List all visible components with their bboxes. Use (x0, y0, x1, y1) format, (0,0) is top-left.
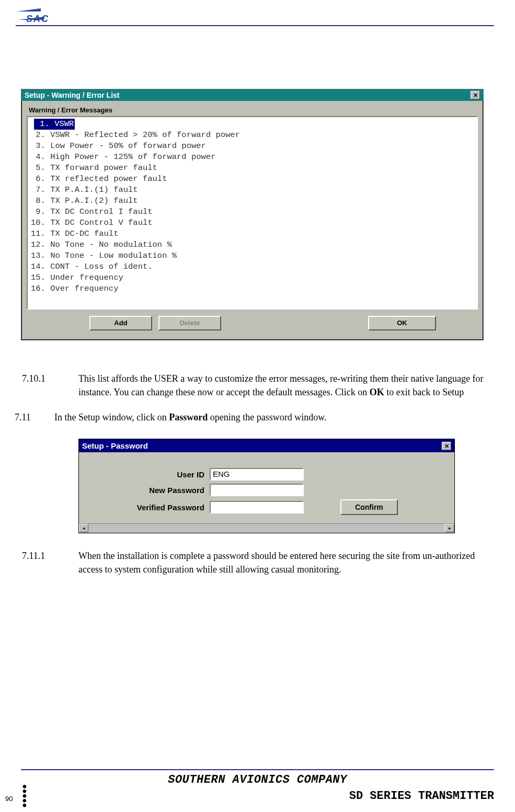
close-icon[interactable]: ✕ (442, 442, 451, 450)
binding-dots-icon: ••••• (22, 784, 27, 808)
list-item[interactable]: 6. TX reflected power fault (31, 174, 474, 185)
dialog-title: Setup - Password (82, 441, 148, 450)
section-number: 7.11.1 (50, 549, 78, 563)
section-number: 7.11 (35, 410, 54, 424)
para-7-10-1: 7.10.1This list affords the USER a way t… (78, 372, 494, 399)
para-7-11-1: 7.11.1When the installation is complete … (78, 549, 494, 576)
bold-text: OK (370, 387, 384, 397)
confirm-button[interactable]: Confirm (340, 499, 398, 515)
list-item[interactable]: 16. Over frequency (31, 283, 474, 294)
dialog-titlebar: Setup - Password ✕ (79, 439, 454, 452)
user-id-label: User ID (95, 470, 210, 479)
new-password-field[interactable] (210, 484, 304, 496)
page-footer: ••••• SOUTHERN AVIONICS COMPANY 90 SD SE… (21, 769, 494, 812)
page-header: SAC (0, 0, 515, 26)
body-text: to exit back to Setup (384, 387, 464, 397)
list-item[interactable]: 12. No Tone - No modulation % (31, 239, 474, 250)
list-item[interactable]: 10. TX DC Control V fault (31, 218, 474, 228)
dialog-title: Setup - Warning / Error List (25, 91, 120, 99)
bold-text: Password (169, 412, 208, 422)
svg-text:SAC: SAC (26, 14, 49, 24)
sac-logo-icon: SAC (16, 5, 73, 25)
list-item[interactable]: 11. TX DC-DC fault (31, 228, 474, 239)
list-item[interactable]: 1. VSWR (31, 119, 474, 130)
body-text: In the Setup window, click on (54, 412, 169, 422)
dialog-titlebar: Setup - Warning / Error List ✕ (21, 89, 483, 101)
para-7-11: 7.11In the Setup window, click on Passwo… (54, 410, 494, 424)
list-item[interactable]: 4. High Power - 125% of forward power (31, 152, 474, 163)
group-label: Warning / Error Messages (29, 106, 478, 114)
list-item[interactable]: 15. Under frequency (31, 272, 474, 283)
list-item[interactable]: 13. No Tone - Low modulation % (31, 250, 474, 261)
verified-password-field[interactable] (210, 501, 304, 513)
verified-password-label: Verified Password (95, 503, 210, 512)
ok-button[interactable]: OK (368, 316, 436, 330)
list-item[interactable]: 2. VSWR - Reflected > 20% of forward pow… (31, 130, 474, 141)
close-icon[interactable]: ✕ (471, 91, 480, 99)
section-number: 7.10.1 (50, 372, 78, 385)
delete-button[interactable]: Delete (158, 316, 221, 330)
list-item[interactable]: 7. TX P.A.I.(1) fault (31, 185, 474, 196)
scroll-right-icon[interactable]: ▸ (445, 524, 454, 532)
horizontal-scrollbar[interactable]: ◂ ▸ (79, 523, 454, 533)
add-button[interactable]: Add (89, 316, 152, 330)
body-text: opening the password window. (208, 412, 326, 422)
password-dialog: Setup - Password ✕ User ID ENG New Passw… (78, 439, 455, 533)
body-text: When the installation is complete a pass… (78, 551, 475, 575)
message-listbox[interactable]: 1. VSWR 2. VSWR - Reflected > 20% of for… (27, 116, 478, 310)
scroll-left-icon[interactable]: ◂ (79, 524, 88, 532)
warning-error-dialog: Setup - Warning / Error List ✕ Warning /… (21, 89, 484, 340)
list-item[interactable]: 3. Low Power - 50% of forward power (31, 141, 474, 152)
list-item[interactable]: 5. TX forward power fault (31, 163, 474, 174)
new-password-label: New Password (95, 486, 210, 495)
footer-company: SOUTHERN AVIONICS COMPANY (21, 773, 494, 786)
list-item[interactable]: 8. TX P.A.I.(2) fault (31, 196, 474, 207)
page-number: 90 (5, 795, 13, 803)
footer-product: SD SERIES TRANSMITTER (349, 790, 494, 803)
list-item[interactable]: 14. CONT - Loss of ident. (31, 261, 474, 272)
list-item[interactable]: 9. TX DC Control I fault (31, 207, 474, 218)
user-id-field[interactable]: ENG (210, 468, 304, 481)
